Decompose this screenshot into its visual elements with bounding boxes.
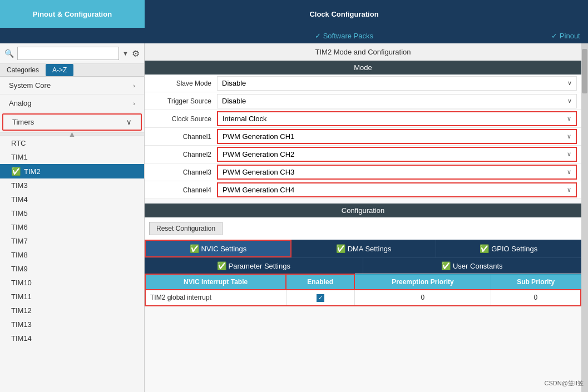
pinout-config-header: Pinout & Configuration [0,0,145,28]
search-input[interactable] [17,47,119,60]
nvic-tabs-row1: ✅ NVIC Settings ✅ DMA Settings ✅ GPIO Se… [145,240,581,257]
scrollbar[interactable] [581,43,588,392]
tim8-label: TIM8 [11,251,28,259]
sidebar-item-tim1[interactable]: TIM1 [0,150,144,164]
interrupt-enabled-cell[interactable]: ✓ [286,290,354,306]
table-header-enabled: Enabled [286,274,354,290]
gpio-tab-label: GPIO Settings [491,245,537,253]
tim12-label: TIM12 [11,306,32,315]
clock-source-text: Internal Clock [223,115,266,123]
nvic-tabs-row2: ✅ Parameter Settings ✅ User Constants [145,257,581,274]
interrupt-sub-cell[interactable]: 0 [491,290,581,306]
tim1-label: TIM1 [11,153,28,161]
timers-arrow: ∨ [126,118,132,126]
tab-nvic-settings[interactable]: ✅ NVIC Settings [145,240,291,257]
nvic-check-icon: ✅ [190,244,199,253]
gpio-check-icon: ✅ [480,244,489,253]
pinout-nav-label: ✓ Pinout [551,32,580,40]
channel4-dropdown-arrow: ∨ [567,186,571,193]
main-layout: 🔍 ▼ ⚙ Categories A->Z System Core › Anal… [0,43,588,392]
channel2-label: Channel2 [145,148,217,161]
table-header-preemption: Preemption Priority [354,274,491,290]
tab-gpio-settings[interactable]: ✅ GPIO Settings [436,240,581,257]
mode-header: Mode [145,61,581,75]
slave-mode-dropdown-arrow: ∨ [567,80,572,87]
top-header: Pinout & Configuration Clock Configurati… [0,0,588,28]
slave-mode-text: Disable [222,79,246,87]
reset-config-button[interactable]: Reset Configuration [149,222,223,235]
sidebar-item-tim14[interactable]: TIM14 [0,331,144,345]
user-check-icon: ✅ [441,261,451,270]
tim11-label: TIM11 [11,292,32,301]
trigger-source-label: Trigger Source [145,95,217,107]
tim5-label: TIM5 [11,209,28,217]
sidebar-item-tim7[interactable]: TIM7 [0,234,144,248]
interrupt-checkbox[interactable]: ✓ [317,294,324,302]
software-packs-nav[interactable]: ✓ Software Packs [145,28,543,43]
sidebar-item-analog[interactable]: Analog › [0,95,144,112]
slave-mode-value[interactable]: Disable ∨ [217,76,577,91]
nvic-table: NVIC Interrupt Table Enabled Preemption … [145,274,581,306]
slave-mode-row: Slave Mode Disable ∨ [145,75,581,92]
channel4-label: Channel4 [145,184,217,196]
channel1-value[interactable]: PWM Generation CH1 ∨ [217,129,577,144]
channel4-value[interactable]: PWM Generation CH4 ∨ [217,182,577,197]
watermark: CSDN@笠II笠 [545,379,584,388]
sidebar-item-tim9[interactable]: TIM9 [0,262,144,276]
channel1-dropdown-arrow: ∨ [567,133,571,140]
tab-user-constants[interactable]: ✅ User Constants [363,258,582,274]
search-icon: 🔍 [4,49,14,58]
tab-dma-settings[interactable]: ✅ DMA Settings [291,240,437,257]
param-tab-label: Parameter Settings [229,262,290,270]
sidebar-item-tim11[interactable]: TIM11 [0,290,144,304]
channel3-label: Channel3 [145,166,217,178]
clock-source-dropdown-arrow: ∨ [567,115,571,122]
sidebar-item-tim13[interactable]: TIM13 [0,317,144,331]
sidebar-item-tim2[interactable]: ✅ TIM2 [0,164,144,178]
interrupt-preemption-cell[interactable]: 0 [354,290,491,306]
dma-check-icon: ✅ [336,244,345,253]
sidebar-item-tim4[interactable]: TIM4 [0,192,144,206]
pinout-nav[interactable]: ✓ Pinout [543,28,588,43]
sidebar-tabs: Categories A->Z [0,64,144,77]
channel1-label: Channel1 [145,131,217,143]
sidebar-item-timers[interactable]: Timers ∨ [2,113,142,131]
timers-label: Timers [12,118,34,126]
sidebar-item-tim3[interactable]: TIM3 [0,178,144,192]
sidebar-item-tim5[interactable]: TIM5 [0,206,144,220]
channel3-dropdown-arrow: ∨ [567,168,571,176]
scroll-up-divider: ▲ [0,132,144,136]
channel2-value[interactable]: PWM Generation CH2 ∨ [217,147,577,162]
sidebar-item-tim8[interactable]: TIM8 [0,248,144,262]
clock-source-value[interactable]: Internal Clock ∨ [217,111,577,126]
rtc-label: RTC [11,139,26,147]
tim7-label: TIM7 [11,237,28,245]
interrupt-name-cell: TIM2 global interrupt [145,290,286,306]
tab-categories[interactable]: Categories [0,64,46,76]
channel1-row: Channel1 PWM Generation CH1 ∨ [145,128,581,146]
trigger-source-value[interactable]: Disable ∨ [217,94,577,108]
channel2-dropdown-arrow: ∨ [567,151,571,158]
param-check-icon: ✅ [217,261,226,270]
sidebar-item-tim10[interactable]: TIM10 [0,276,144,290]
sub-header: ✓ Software Packs ✓ Pinout [0,28,588,43]
clock-source-row: Clock Source Internal Clock ∨ [145,110,581,128]
channel2-text: PWM Generation CH2 [223,150,294,158]
sidebar-item-rtc[interactable]: RTC [0,136,144,150]
gear-icon[interactable]: ⚙ [132,48,140,59]
clock-source-label: Clock Source [145,113,217,125]
table-row: TIM2 global interrupt ✓ 0 0 [145,290,581,306]
search-dropdown-arrow[interactable]: ▼ [122,50,129,57]
channel2-row: Channel2 PWM Generation CH2 ∨ [145,146,581,163]
scrollbar-thumb[interactable] [582,49,587,93]
sidebar-item-tim6[interactable]: TIM6 [0,220,144,234]
sidebar-item-system-core[interactable]: System Core › [0,77,144,95]
trigger-source-row: Trigger Source Disable ∨ [145,92,581,110]
tim14-label: TIM14 [11,334,32,343]
channel3-value[interactable]: PWM Generation CH3 ∨ [217,165,577,180]
mode-section: Mode Slave Mode Disable ∨ Trigger Source… [145,61,581,199]
nvic-tab-label: NVIC Settings [201,245,247,253]
tab-az[interactable]: A->Z [46,64,73,76]
sidebar-item-tim12[interactable]: TIM12 [0,304,144,317]
tab-parameter-settings[interactable]: ✅ Parameter Settings [145,258,363,274]
